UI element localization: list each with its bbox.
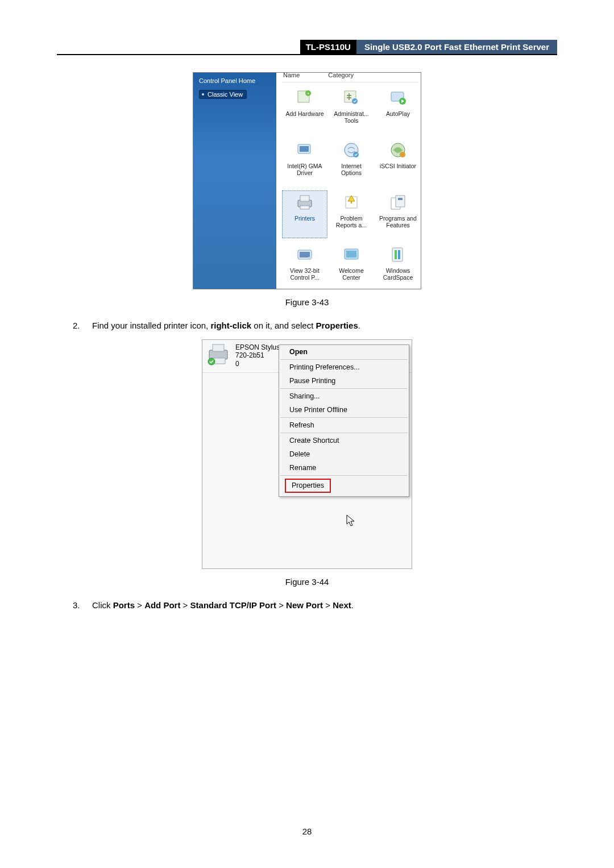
svg-rect-19 [396,196,405,207]
control-panel-grid: +Add HardwareAdministrat... ToolsAutoPla… [282,86,418,289]
cp-item-label: iSCSI Initiator [380,163,416,169]
menu-printing-preferences[interactable]: Printing Preferences... [279,360,409,374]
menu-separator [280,433,408,433]
menu-separator [280,359,408,360]
svg-rect-22 [300,252,310,258]
step-number: 2. [73,321,92,330]
control-panel-window: Control Panel Home Classic View Name Cat… [193,72,421,289]
svg-point-4 [352,98,358,104]
cp-item-icon [388,88,408,108]
cp-item-windows-cardspace[interactable]: Windows CardSpace [375,243,421,289]
model-label: TL-PS110U [300,40,356,54]
menu-refresh[interactable]: Refresh [279,418,409,432]
menu-delete[interactable]: Delete [279,447,409,461]
cp-item-welcome-center[interactable]: Welcome Center [329,243,374,289]
svg-rect-26 [392,248,403,261]
svg-rect-15 [300,206,309,209]
menu-create-shortcut[interactable]: Create Shortcut [279,434,409,447]
cursor-icon [346,514,357,528]
menu-pause-printing[interactable]: Pause Printing [279,374,409,388]
menu-rename[interactable]: Rename [279,461,409,475]
svg-rect-25 [346,251,356,258]
step-2: 2. Find your installed printer icon, rig… [57,321,557,330]
cp-item-autoplay[interactable]: AutoPlay [375,86,421,134]
cp-item-label: Programs and Features [377,215,419,229]
context-menu: Open Printing Preferences... Pause Print… [279,344,409,497]
menu-use-offline[interactable]: Use Printer Offline [279,403,409,417]
cp-item-icon [341,244,362,265]
svg-rect-28 [398,250,400,259]
cp-item-icon [341,192,362,213]
menu-separator [280,475,408,476]
cp-item-icon [294,192,315,213]
step-text: Click Ports > Add Port > Standard TCP/IP… [92,600,557,610]
menu-properties[interactable]: Properties [285,479,331,493]
cp-item-label: Add Hardware [285,110,323,117]
figure-44-caption: Figure 3-44 [57,577,557,587]
cp-item-icon [294,140,315,160]
svg-rect-23 [308,257,312,259]
svg-rect-27 [395,250,397,259]
sidebar-home-link[interactable]: Control Panel Home [199,77,271,84]
cp-item-label: Administrat... Tools [330,110,372,124]
figure-43-caption: Figure 3-43 [57,297,557,307]
cp-item-icon [341,88,362,108]
control-panel-sidebar: Control Panel Home Classic View [193,73,276,289]
product-title: Single USB2.0 Port Fast Ethernet Print S… [356,40,557,54]
column-headers: Name Category [282,73,418,82]
step-3: 3. Click Ports > Add Port > Standard TCP… [57,600,557,610]
printer-icon [205,342,232,366]
svg-rect-8 [300,146,309,152]
svg-text:+: + [307,91,310,96]
col-name[interactable]: Name [283,73,300,78]
menu-open[interactable]: Open [279,345,409,359]
cp-item-add-hardware[interactable]: +Add Hardware [282,86,327,134]
cp-item-label: Welcome Center [330,267,372,281]
cp-item-icon [294,244,315,265]
cp-item-iscsi-initiator[interactable]: iSCSI Initiator [375,138,421,186]
cp-item-icon [388,244,408,265]
svg-rect-20 [398,198,403,200]
step-text: Find your installed printer icon, right-… [92,321,557,330]
sidebar-classic-view[interactable]: Classic View [199,90,247,99]
classic-view-label: Classic View [208,91,243,98]
svg-point-10 [353,152,359,157]
svg-rect-30 [213,344,224,351]
cp-item-label: AutoPlay [386,110,410,117]
cp-item-internet-options[interactable]: Internet Options [329,138,374,186]
cp-item-label: Printers [294,215,315,222]
control-panel-grid-wrap: Name Category +Add HardwareAdministrat..… [276,73,421,289]
cp-item-label: Intel(R) GMA Driver [284,163,326,176]
cp-item-icon: + [294,88,315,108]
cp-item-programs-and-features[interactable]: Programs and Features [375,190,421,238]
cp-item-printers[interactable]: Printers [282,190,327,238]
cp-item-intel-r-gma-driver[interactable]: Intel(R) GMA Driver [282,138,327,186]
cp-item-label: View 32-bit Control P... [284,267,326,281]
cp-item-label: Windows CardSpace [377,267,419,281]
cp-item-problem-reports-a[interactable]: Problem Reports a... [329,190,374,238]
cp-item-icon [341,140,362,160]
cp-item-icon [388,140,408,160]
menu-sharing[interactable]: Sharing... [279,389,409,403]
bullet-icon [202,93,204,95]
cp-item-label: Problem Reports a... [330,215,372,229]
svg-point-12 [400,152,405,157]
svg-rect-14 [300,196,309,201]
step-number: 3. [73,600,92,610]
printer-context-screenshot: EPSON Stylus Photo 720-2b51 0 Open Print… [202,339,412,569]
cp-item-view-32-bit-control-p[interactable]: View 32-bit Control P... [282,243,327,289]
cp-item-label: Internet Options [330,163,372,176]
cp-item-icon [388,192,408,213]
menu-separator [280,417,408,418]
menu-separator [280,388,408,389]
cp-item-administrat-tools[interactable]: Administrat... Tools [329,86,374,134]
col-category[interactable]: Category [328,73,354,78]
page-header: TL-PS110U Single USB2.0 Port Fast Ethern… [57,40,557,55]
page-number: 28 [0,827,614,836]
